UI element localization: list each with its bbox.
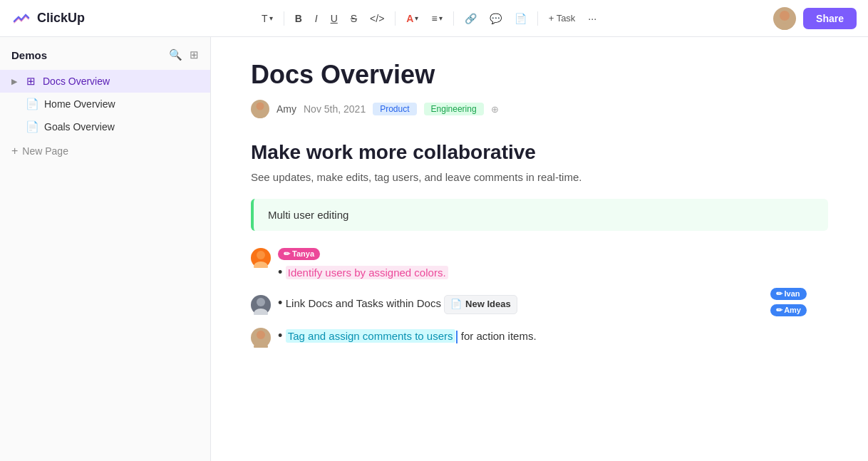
text-style-button[interactable]: T ▾	[257, 10, 278, 27]
divider-3	[453, 11, 454, 26]
arrow-icon: ▶	[11, 77, 17, 86]
author-name: Amy	[277, 103, 296, 115]
divider-4	[537, 11, 538, 26]
code-button[interactable]: </>	[365, 10, 389, 27]
user-avatar-3	[251, 328, 271, 348]
link-badge[interactable]: 📄 New Ideas	[444, 295, 517, 314]
tag-product[interactable]: Product	[373, 103, 416, 115]
list-item: • Tag and assign comments to users for a…	[251, 326, 828, 348]
italic-button[interactable]: I	[310, 10, 323, 27]
svg-point-9	[254, 341, 268, 348]
callout-text: Multi user editing	[268, 209, 348, 221]
bullet-3-text: for action items.	[458, 330, 537, 342]
doc-date: Nov 5th, 2021	[304, 103, 366, 115]
sidebar-item-label: Docs Overview	[43, 76, 199, 87]
color-button[interactable]: A ▾	[401, 10, 423, 27]
comment-button[interactable]: 💬	[485, 10, 507, 27]
cursor-group: ✏ Ivan ✏ Amy	[770, 288, 807, 318]
section-subheading: See updates, make edits, tag users, and …	[251, 171, 828, 183]
list-item: ✏ Tanya • Identify users by assigned col…	[251, 247, 828, 282]
main-layout: Demos 🔍 ⊞ ▶ ⊞ Docs Overview 📄 Home Overv…	[0, 37, 868, 461]
svg-point-5	[254, 261, 268, 268]
sidebar: Demos 🔍 ⊞ ▶ ⊞ Docs Overview 📄 Home Overv…	[0, 37, 211, 461]
tag-add-icon[interactable]: ⊕	[491, 104, 499, 115]
bullet-3-highlight: Tag and assign comments to users	[286, 329, 455, 343]
sidebar-header: Demos 🔍 ⊞	[0, 48, 210, 70]
toolbar: ClickUp T ▾ B I U S </> A ▾ ≡ ▾ 🔗 💬 📄	[0, 0, 868, 37]
svg-point-7	[254, 309, 268, 315]
doc-button[interactable]: 📄	[510, 10, 532, 27]
strikethrough-button[interactable]: S	[346, 10, 362, 27]
content-area: Docs Overview Amy Nov 5th, 2021 Product …	[211, 37, 868, 461]
sidebar-item-home-overview[interactable]: 📄 Home Overview	[0, 93, 210, 115]
bold-button[interactable]: B	[290, 10, 307, 27]
svg-point-2	[257, 103, 264, 110]
logo-text: ClickUp	[37, 11, 85, 26]
user-avatar[interactable]	[773, 7, 796, 30]
user-avatar-1	[251, 248, 271, 268]
add-task-button[interactable]: + Task	[544, 10, 581, 26]
plus-icon: +	[11, 145, 18, 157]
cursor-tanya-label: ✏ Tanya	[278, 248, 320, 260]
new-page-label: New Page	[22, 145, 68, 157]
align-button[interactable]: ≡ ▾	[426, 10, 447, 27]
user-avatar-2	[251, 295, 271, 315]
link-button[interactable]: 🔗	[460, 10, 482, 27]
sidebar-actions: 🔍 ⊞	[169, 48, 199, 61]
list-item: • Link Docs and Tasks within Docs 📄 New …	[251, 294, 828, 315]
doc-icon: 📄	[26, 120, 38, 133]
logo[interactable]: ClickUp	[11, 9, 85, 29]
new-page-button[interactable]: + New Page	[0, 140, 210, 162]
doc-link-icon: 📄	[450, 297, 462, 312]
toolbar-center: T ▾ B I U S </> A ▾ ≡ ▾ 🔗 💬 📄 + Task	[257, 10, 601, 27]
grid-icon: ⊞	[24, 75, 37, 88]
cursor-ivan-label: ✏ Ivan	[770, 288, 807, 300]
search-button[interactable]: 🔍	[169, 48, 182, 61]
author-avatar	[251, 100, 269, 118]
cursor-amy-label: ✏ Amy	[770, 304, 807, 316]
toolbar-right: Share	[773, 7, 857, 30]
layout-button[interactable]: ⊞	[190, 48, 199, 61]
underline-button[interactable]: U	[326, 10, 343, 27]
svg-point-1	[776, 23, 793, 30]
bullet-list: ✏ Tanya • Identify users by assigned col…	[251, 247, 828, 348]
callout-box: Multi user editing	[251, 199, 828, 231]
svg-point-4	[257, 251, 265, 259]
sidebar-item-docs-overview[interactable]: ▶ ⊞ Docs Overview	[0, 70, 210, 93]
svg-point-6	[257, 298, 265, 306]
doc-meta: Amy Nov 5th, 2021 Product Engineering ⊕	[251, 100, 828, 118]
tag-engineering[interactable]: Engineering	[424, 103, 484, 115]
svg-point-3	[254, 113, 267, 118]
workspace-name: Demos	[11, 49, 47, 61]
more-button[interactable]: ···	[583, 10, 601, 27]
share-button[interactable]: Share	[803, 8, 857, 29]
doc-title: Docs Overview	[251, 60, 828, 90]
section-heading: Make work more collaborative	[251, 141, 828, 164]
cursor-line	[456, 331, 458, 343]
sidebar-item-goals-overview[interactable]: 📄 Goals Overview	[0, 115, 210, 138]
sidebar-item-label: Home Overview	[44, 98, 199, 110]
bullet-1-text: Identify users by assigned colors.	[286, 266, 448, 279]
divider-1	[284, 11, 284, 26]
svg-point-0	[780, 11, 790, 21]
divider-2	[395, 11, 396, 26]
doc-icon: 📄	[26, 98, 38, 110]
svg-point-8	[257, 331, 265, 339]
sidebar-item-label: Goals Overview	[44, 121, 199, 133]
bullet-2-text: Link Docs and Tasks within Docs 📄 New Id…	[286, 297, 517, 309]
